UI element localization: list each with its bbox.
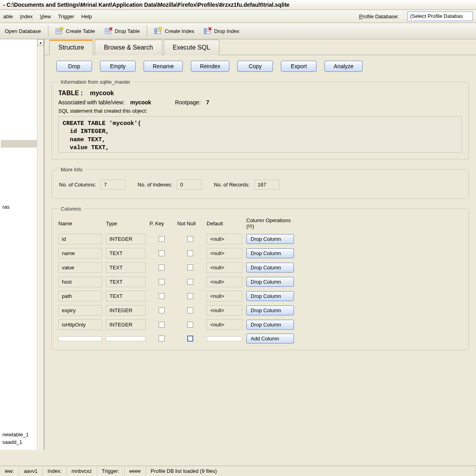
menu-index[interactable]: Index bbox=[20, 13, 33, 19]
column-header-ops: Column Operations (!!!) bbox=[246, 217, 294, 230]
column-type-field[interactable]: TEXT bbox=[106, 248, 146, 259]
copy-button[interactable]: Copy bbox=[237, 61, 273, 72]
column-default-field[interactable]: <null> bbox=[207, 262, 242, 273]
columns-legend: Columns bbox=[58, 206, 83, 212]
status-index-value: mnbvcxz bbox=[67, 466, 97, 476]
open-database-button[interactable]: Open Database bbox=[2, 27, 44, 36]
new-pkey-checkbox[interactable] bbox=[159, 336, 165, 342]
column-header-type: Type bbox=[106, 220, 146, 227]
column-default-field[interactable]: <null> bbox=[207, 276, 242, 287]
column-default-field[interactable]: <null> bbox=[207, 248, 242, 259]
more-info-legend: More Info bbox=[58, 167, 85, 173]
sidebar-scrollbar[interactable]: ▴ bbox=[37, 39, 44, 450]
profile-db-select[interactable]: (Select Profile Databas bbox=[407, 12, 473, 21]
column-name-field[interactable]: isHttpOnly bbox=[58, 319, 102, 330]
more-info-fieldset: More Info No. of Columns: 7 No. of Index… bbox=[52, 167, 469, 199]
pkey-checkbox[interactable] bbox=[159, 293, 165, 299]
status-view-label: iew: bbox=[0, 466, 19, 476]
drop-column-button[interactable]: Drop Column bbox=[246, 320, 294, 330]
info-fieldset: Information from sqlite_master TABLE : m… bbox=[52, 79, 469, 159]
table-add-icon: ★ bbox=[56, 27, 63, 35]
column-default-field[interactable]: <null> bbox=[207, 319, 242, 330]
toolbar-separator bbox=[48, 25, 48, 36]
tab-execute-sql[interactable]: Execute SQL bbox=[164, 40, 219, 55]
window-title: - C:\Documents and Settings\Mrinal Kant\… bbox=[0, 0, 476, 10]
notnull-checkbox[interactable] bbox=[187, 293, 193, 299]
associated-value: mycook bbox=[130, 99, 151, 106]
sql-statement-box[interactable]: CREATE TABLE 'mycook'( id INTEGER, name … bbox=[58, 116, 462, 153]
pkey-checkbox[interactable] bbox=[159, 322, 165, 328]
num-records-value: 167 bbox=[254, 180, 280, 190]
column-header-notnull: Not Null bbox=[177, 220, 203, 227]
rename-button[interactable]: Rename bbox=[144, 61, 183, 72]
new-notnull-checkbox[interactable] bbox=[187, 336, 193, 342]
export-button[interactable]: Export bbox=[281, 61, 317, 72]
column-header-default: Default bbox=[207, 220, 242, 227]
column-name-field[interactable]: value bbox=[58, 262, 102, 273]
drop-column-button[interactable]: Drop Column bbox=[246, 263, 294, 273]
structure-panel: Drop Empty Rename Reindex Copy Export An… bbox=[44, 55, 476, 450]
column-default-field[interactable]: <null> bbox=[207, 234, 242, 244]
empty-button[interactable]: Empty bbox=[100, 61, 136, 72]
notnull-checkbox[interactable] bbox=[187, 279, 193, 285]
notnull-checkbox[interactable] bbox=[187, 250, 193, 256]
notnull-checkbox[interactable] bbox=[187, 307, 193, 313]
tab-structure[interactable]: Structure bbox=[49, 40, 93, 55]
pkey-checkbox[interactable] bbox=[159, 236, 165, 242]
menu-view[interactable]: View bbox=[40, 13, 51, 19]
notnull-checkbox[interactable] bbox=[187, 236, 193, 242]
pkey-checkbox[interactable] bbox=[159, 279, 165, 285]
add-column-button[interactable]: Add Column bbox=[246, 334, 294, 344]
drop-button[interactable]: Drop bbox=[56, 61, 92, 72]
column-type-field[interactable]: INTEGER bbox=[106, 319, 146, 330]
create-table-button[interactable]: ★ Create Table bbox=[52, 25, 98, 36]
column-type-field[interactable]: INTEGER bbox=[106, 305, 146, 316]
column-name-field[interactable]: name bbox=[58, 248, 102, 259]
column-type-field[interactable]: TEXT bbox=[106, 291, 146, 301]
rootpage-value: 7 bbox=[206, 99, 209, 106]
svg-rect-15 bbox=[155, 29, 157, 34]
associated-label: Associated with table/view: bbox=[58, 99, 125, 106]
column-default-field[interactable]: <null> bbox=[207, 291, 242, 301]
analyze-button[interactable]: Analyze bbox=[324, 61, 363, 72]
drop-column-button[interactable]: Drop Column bbox=[246, 291, 294, 301]
svg-rect-20 bbox=[204, 29, 206, 34]
scroll-up-icon[interactable]: ▴ bbox=[37, 39, 44, 46]
menubar: able Index View Trigger Help Profile Dat… bbox=[0, 10, 476, 23]
reindex-button[interactable]: Reindex bbox=[191, 61, 229, 72]
column-type-field[interactable]: TEXT bbox=[106, 262, 146, 273]
column-name-field[interactable]: id bbox=[58, 234, 102, 244]
tab-browse-search[interactable]: Browse & Search bbox=[95, 40, 162, 55]
pkey-checkbox[interactable] bbox=[159, 250, 165, 256]
drop-column-button[interactable]: Drop Column bbox=[246, 305, 294, 315]
column-default-field[interactable]: <null> bbox=[207, 305, 242, 316]
menu-help[interactable]: Help bbox=[81, 13, 92, 19]
status-message: Profile DB list loaded (9 files) bbox=[146, 466, 476, 476]
menu-trigger[interactable]: Trigger bbox=[58, 13, 74, 19]
column-type-field[interactable]: TEXT bbox=[106, 276, 146, 287]
table-remove-icon bbox=[105, 27, 113, 35]
toolbar: Open Database ★ Create Table Drop Table … bbox=[0, 23, 476, 39]
column-name-field[interactable]: path bbox=[58, 291, 102, 301]
drop-index-button[interactable]: Drop Index bbox=[201, 25, 243, 36]
drop-column-button[interactable]: Drop Column bbox=[246, 248, 294, 258]
status-index-label: Index: bbox=[43, 466, 67, 476]
num-records-label: No. of Records: bbox=[214, 182, 250, 188]
column-name-field[interactable]: expiry bbox=[58, 305, 102, 316]
new-column-default-input[interactable] bbox=[207, 336, 242, 341]
notnull-checkbox[interactable] bbox=[187, 265, 193, 271]
info-legend: Information from sqlite_master bbox=[58, 79, 133, 85]
notnull-checkbox[interactable] bbox=[187, 322, 193, 328]
svg-point-18 bbox=[159, 27, 162, 30]
new-column-name-input[interactable] bbox=[58, 336, 102, 341]
pkey-checkbox[interactable] bbox=[159, 265, 165, 271]
menu-table[interactable]: able bbox=[3, 13, 13, 19]
new-column-type-input[interactable] bbox=[106, 336, 146, 341]
column-name-field[interactable]: host bbox=[58, 276, 102, 287]
drop-column-button[interactable]: Drop Column bbox=[246, 277, 294, 287]
pkey-checkbox[interactable] bbox=[159, 307, 165, 313]
drop-column-button[interactable]: Drop Column bbox=[246, 234, 294, 244]
column-type-field[interactable]: INTEGER bbox=[106, 234, 146, 244]
create-index-button[interactable]: Create Index bbox=[151, 25, 197, 36]
drop-table-button[interactable]: Drop Table bbox=[102, 25, 143, 36]
